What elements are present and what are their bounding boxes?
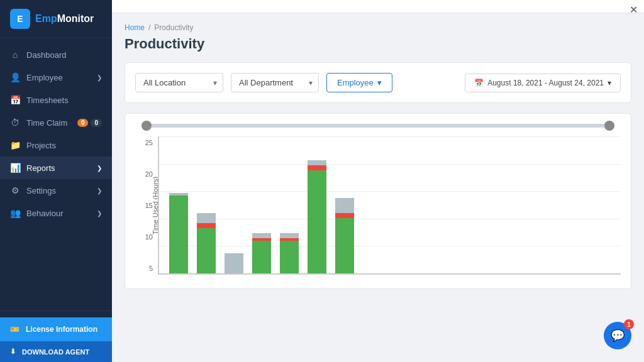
bar-segment-green [252, 241, 271, 273]
chevron-icon: ❯ [97, 74, 102, 81]
bar-group-7 [335, 145, 354, 273]
dashboard-icon: ⌂ [10, 50, 20, 60]
chat-button[interactable]: 💬 1 [604, 322, 631, 349]
chat-icon: 💬 [611, 329, 625, 343]
breadcrumb-home[interactable]: Home [125, 23, 145, 32]
bar-group-6 [308, 145, 326, 273]
employee-icon: 👤 [10, 72, 20, 82]
department-filter-wrap: All Department [231, 73, 319, 92]
bar-segment-gray [197, 213, 216, 223]
bar-segment-gray [225, 253, 243, 273]
y-label-25: 25 [145, 139, 153, 146]
breadcrumb-separator: / [148, 23, 150, 32]
license-info-button[interactable]: 🎫 License Information [0, 317, 112, 341]
bar-segment-green [197, 228, 216, 273]
content-area: Home / Productivity Productivity All Loc… [112, 13, 644, 362]
download-icon: ⬇ [10, 348, 16, 356]
bar-segment-green [280, 241, 299, 273]
chat-badge: 1 [624, 319, 634, 329]
bar-segment-gray [280, 233, 299, 238]
bar-segment-red [197, 223, 216, 228]
sidebar-item-timesheets[interactable]: 📅 Timesheets [0, 89, 112, 111]
filter-bar: All Location All Department Employee ▾ 📅… [125, 62, 631, 103]
sidebar-item-label: Reports [26, 163, 55, 173]
chevron-icon: ❯ [97, 210, 102, 217]
calendar-icon: 📅 [474, 79, 484, 87]
sidebar-item-timeclaim[interactable]: ⏱ Time Claim 0 0 [0, 111, 112, 134]
date-range-button[interactable]: 📅 August 18, 2021 - August 24, 2021 ▾ [465, 74, 621, 92]
slider-thumb-left[interactable] [142, 121, 152, 131]
sidebar-item-label: Behaviour [26, 209, 64, 218]
bar-segment-gray [335, 198, 354, 213]
bar-segment-gray [308, 160, 326, 165]
department-filter[interactable]: All Department [231, 73, 319, 92]
bar-segment-red [335, 213, 354, 218]
bar-segment-green [308, 170, 326, 273]
employee-filter-label: Employee [337, 78, 374, 87]
sidebar-item-employee[interactable]: 👤 Employee ❯ [0, 66, 112, 89]
behaviour-icon: 👥 [10, 208, 20, 218]
location-filter[interactable]: All Location [135, 73, 223, 92]
bar-group-3 [225, 145, 243, 273]
bar-group-5 [280, 145, 299, 273]
dropdown-arrow-icon: ▾ [377, 78, 382, 87]
badge-zero-1: 0 [77, 119, 89, 127]
logo-icon: E [10, 9, 30, 29]
bar-group-2 [197, 145, 216, 273]
timeclaim-icon: ⏱ [10, 118, 20, 128]
timesheets-icon: 📅 [10, 95, 20, 105]
sidebar: E EmpMonitor ⌂ Dashboard 👤 Employee ❯ 📅 … [0, 0, 112, 362]
slider-thumb-right[interactable] [604, 121, 614, 131]
sidebar-bottom: 🎫 License Information ⬇ DOWNLOAD AGENT [0, 310, 112, 362]
reports-icon: 📊 [10, 163, 20, 173]
logo-text: EmpMonitor [35, 13, 94, 25]
page-title: Productivity [125, 36, 631, 52]
sidebar-item-label: Timesheets [26, 96, 69, 105]
breadcrumb: Home / Productivity [125, 23, 631, 32]
date-chevron-icon: ▾ [608, 79, 611, 87]
settings-icon: ⚙ [10, 185, 20, 195]
sidebar-item-label: Time Claim [26, 118, 67, 128]
download-agent-button[interactable]: ⬇ DOWNLOAD AGENT [0, 341, 112, 362]
breadcrumb-current: Productivity [154, 23, 193, 32]
bar-group-4 [252, 145, 271, 273]
license-label: License Information [26, 325, 97, 334]
sidebar-item-label: Employee [26, 73, 63, 82]
projects-icon: 📁 [10, 140, 20, 150]
sidebar-item-label: Settings [26, 186, 56, 195]
chevron-icon: ❯ [97, 187, 102, 194]
timeclaim-badges: 0 0 [77, 119, 102, 127]
sidebar-item-dashboard[interactable]: ⌂ Dashboard [0, 43, 112, 66]
sidebar-item-label: Dashboard [26, 50, 67, 60]
sidebar-item-settings[interactable]: ⚙ Settings ❯ [0, 179, 112, 202]
employee-filter-button[interactable]: Employee ▾ [326, 73, 392, 92]
location-filter-wrap: All Location [135, 73, 223, 92]
badge-zero-2: 0 [91, 119, 102, 127]
close-button[interactable]: ✕ [630, 4, 638, 16]
date-range-label: August 18, 2021 - August 24, 2021 [487, 79, 604, 87]
license-icon: 🎫 [10, 325, 19, 334]
sidebar-item-projects[interactable]: 📁 Projects [0, 134, 112, 156]
sidebar-item-reports[interactable]: 📊 Reports ❯ [0, 156, 112, 179]
download-label: DOWNLOAD AGENT [22, 348, 89, 356]
chart-slider-track [142, 124, 614, 128]
bar-segment-gray [252, 233, 271, 238]
chevron-icon: ❯ [97, 165, 102, 172]
bar-segment-green [335, 218, 354, 273]
topbar: ✕ [112, 0, 644, 13]
sidebar-item-behaviour[interactable]: 👥 Behaviour ❯ [0, 202, 112, 224]
main-content: ✕ Home / Productivity Productivity All L… [112, 0, 644, 362]
bar-segment-green [169, 195, 188, 273]
sidebar-nav: ⌂ Dashboard 👤 Employee ❯ 📅 Timesheets ⏱ … [0, 38, 112, 310]
sidebar-item-label: Projects [26, 141, 56, 150]
y-label-5: 5 [149, 265, 153, 272]
bar-segment-red [308, 165, 326, 170]
chart-container: 25 20 15 10 5 Time Used (Hours) [125, 113, 631, 289]
bar-group-1 [169, 145, 188, 273]
logo: E EmpMonitor [0, 0, 112, 38]
